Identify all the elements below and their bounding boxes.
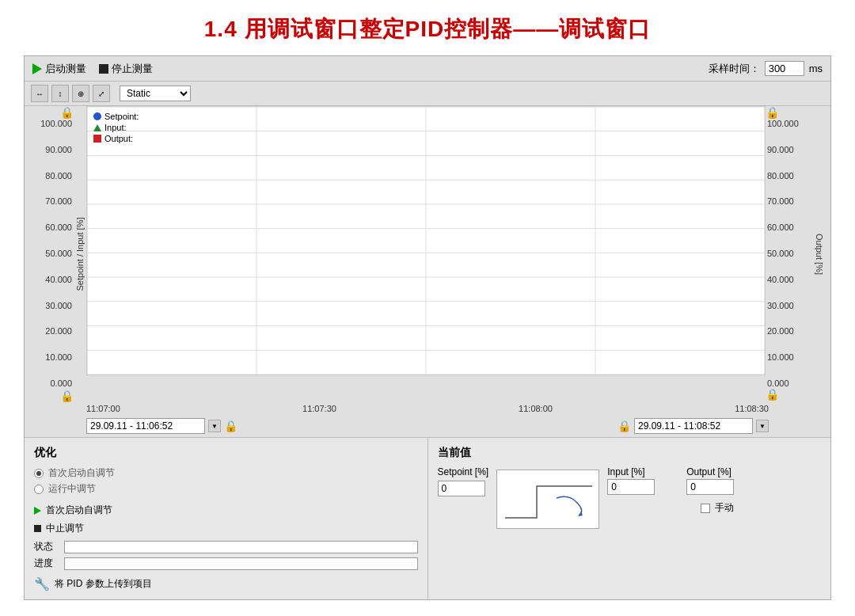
output-label: Output [%] [686,466,732,477]
progress-label: 进度 [34,557,58,570]
setpoint-color-indicator [93,112,101,120]
y-left-label-col: Setpoint / Input [%] [74,106,86,402]
y-axis-left-values: 100.000 90.000 80.000 70.000 60.000 50.0… [39,119,74,388]
input-output-row: Input [%] 0 Output [%] 0 [607,466,734,495]
manual-checkbox[interactable] [701,504,710,513]
output-value-box: 0 [686,479,734,495]
progress-bar [64,557,418,570]
output-color-indicator [93,135,101,143]
input-color-indicator [93,124,101,131]
x-axis-labels: 11:07:00 11:07:30 11:08:00 11:08:30 [86,402,769,415]
legend-input: Input: [93,123,139,132]
left-lock-top-icon[interactable]: 🔒 [60,106,74,119]
manual-label: 手动 [715,501,734,515]
time-range-start-input[interactable] [86,418,205,434]
sample-unit: ms [809,63,823,74]
pan-button[interactable]: ⤢ [93,85,110,102]
stop-label: 停止测量 [112,62,153,76]
status-bar [64,541,418,553]
radio-running[interactable]: 运行中调节 [34,482,418,496]
main-container: 启动测量 停止测量 采样时间： ms ↔ ↕ ⊕ ⤢ Static 🔒 [24,55,831,600]
chart-plot: Setpoint: Input: Output: [86,106,766,375]
status-row: 状态 [34,540,418,553]
upload-icon: 🔧 [34,576,50,591]
start-label: 启动测量 [45,62,86,76]
current-values-title: 当前值 [438,446,822,460]
left-lock-bottom-icon[interactable]: 🔒 [60,390,74,402]
status-section: 状态 进度 [34,540,418,570]
optimization-panel: 优化 首次启动自调节 运行中调节 首次启动自调节 中止调节 [25,438,428,599]
manual-row: 手动 [607,501,734,515]
time-lock-left-icon[interactable]: 🔒 [224,420,238,432]
setpoint-legend-label: Setpoint: [104,112,139,121]
optimization-title: 优化 [34,446,418,460]
current-values-panel: 当前值 Setpoint [%] 0 [428,438,831,599]
y-axis-right-vertical-label: Output [%] [815,234,824,275]
start-autotuning-label: 首次启动自调节 [46,504,112,517]
start-autotuning-play-icon [34,507,41,515]
time-range-row: ▼ 🔒 🔒 ▼ [86,418,769,434]
toolbar: 启动测量 停止测量 采样时间： ms [25,56,830,82]
y-axis-left-vertical-label: Setpoint / Input [%] [75,218,85,291]
radio-running-label: 运行中调节 [48,482,96,496]
zoom-x-button[interactable]: ↔ [31,85,48,102]
time-lock-right-icon[interactable]: 🔒 [618,420,631,432]
play-icon [32,63,42,74]
time-range-left: ▼ 🔒 [86,418,238,434]
stop-tuning-label: 中止调节 [46,522,84,535]
response-diagram [496,470,599,529]
output-value: 0 [690,481,696,492]
stop-measurement-button[interactable]: 停止测量 [99,62,153,76]
zoom-xy-button[interactable]: ⊕ [72,85,89,102]
radio-running-circle [34,485,44,494]
time-range-start-dropdown[interactable]: ▼ [208,420,221,432]
input-legend-label: Input: [104,123,127,132]
chart-legend: Setpoint: Input: Output: [93,112,139,145]
y-right-label-col: Output [%] [811,106,827,402]
right-lock-top-icon[interactable]: 🔒 [766,106,779,119]
input-output-col: Input [%] 0 Output [%] 0 [607,466,734,515]
status-label: 状态 [34,540,58,553]
time-range-end-dropdown[interactable]: ▼ [756,420,769,432]
setpoint-value: 0 [442,483,447,494]
radio-first-start-label: 首次启动自调节 [48,466,115,480]
page-title: 1.4 用调试窗口整定PID控制器——调试窗口 [0,0,855,55]
y-axis-left: 🔒 100.000 90.000 80.000 70.000 60.000 50… [28,106,74,402]
sample-time-input[interactable] [765,61,804,76]
upload-pid-button[interactable]: 🔧 将 PID 参数上传到项目 [34,576,418,591]
upload-label: 将 PID 参数上传到项目 [55,577,152,591]
start-autotuning-button[interactable]: 首次启动自调节 [34,504,418,517]
input-value: 0 [611,481,617,492]
setpoint-col: Setpoint [%] 0 [438,466,489,496]
chart-section: 🔒 100.000 90.000 80.000 70.000 60.000 50… [25,106,830,437]
setpoint-value-box: 0 [438,481,485,496]
stop-tuning-button[interactable]: 中止调节 [34,522,418,535]
y-axis-right-values: 100.000 90.000 80.000 70.000 60.000 50.0… [766,119,800,388]
stop-icon [99,64,108,74]
output-col: Output [%] 0 [686,466,734,495]
radio-first-start-circle [34,469,44,478]
radio-first-start[interactable]: 首次启动自调节 [34,466,418,480]
current-values-layout: Setpoint [%] 0 [438,466,822,529]
x-axis-row: 11:07:00 11:07:30 11:08:00 11:08:30 [86,402,769,415]
output-legend-label: Output: [104,134,133,143]
right-lock-bottom-icon[interactable]: 🔒 [766,388,779,401]
chart-main: 🔒 100.000 90.000 80.000 70.000 60.000 50… [28,106,827,402]
time-range-right: 🔒 ▼ [618,418,769,434]
radio-group: 首次启动自调节 运行中调节 [34,466,418,496]
y-axis-right: 🔒 100.000 90.000 80.000 70.000 60.000 50… [766,106,811,402]
legend-output: Output: [93,134,139,143]
setpoint-label: Setpoint [%] [438,466,489,477]
time-range-end-input[interactable] [634,418,753,434]
zoom-y-button[interactable]: ↕ [51,85,69,102]
legend-setpoint: Setpoint: [93,112,139,121]
input-col: Input [%] 0 [607,466,655,495]
response-diagram-col [496,466,599,529]
sample-time-label: 采样时间： [709,62,760,76]
input-label: Input [%] [607,466,644,477]
mode-select[interactable]: Static [120,86,191,101]
chart-toolbar: ↔ ↕ ⊕ ⤢ Static [25,82,830,106]
start-measurement-button[interactable]: 启动测量 [32,62,86,76]
stop-tuning-icon [34,525,41,532]
sample-time-control: 采样时间： ms [709,61,823,76]
